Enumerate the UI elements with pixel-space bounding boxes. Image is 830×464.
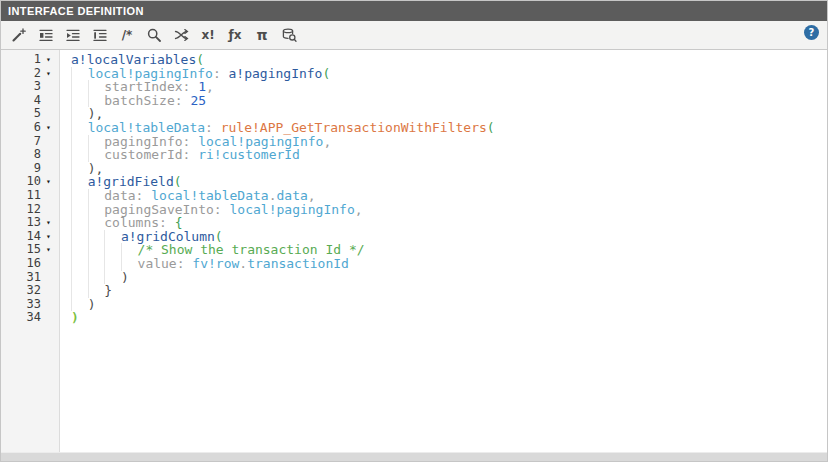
indent-guide — [104, 257, 121, 271]
fold-spacer — [43, 148, 62, 162]
code-line[interactable]: 6▾local!tableData: rule!APP_GetTransacti… — [1, 121, 827, 135]
line-gutter: 7 — [1, 135, 62, 149]
code-text: a!localVariables( — [62, 53, 204, 67]
code-lines: 1▾a!localVariables(2▾local!pagingInfo: a… — [1, 53, 827, 325]
search-icon[interactable] — [142, 24, 166, 46]
line-number: 2 — [1, 67, 43, 81]
outdent-lines-icon[interactable] — [88, 24, 112, 46]
line-number: 31 — [1, 271, 43, 285]
format-wand-icon[interactable] — [7, 24, 31, 46]
function-fx-glyph: ƒx — [229, 29, 242, 41]
code-line[interactable]: 11data: local!tableData.data, — [1, 189, 827, 203]
indent-block-icon[interactable] — [34, 24, 58, 46]
code-line[interactable]: 8customerId: ri!customerId — [1, 148, 827, 162]
fold-spacer — [43, 162, 62, 176]
line-number: 14 — [1, 230, 43, 244]
line-gutter: 8 — [1, 148, 62, 162]
fold-spacer — [43, 284, 62, 298]
token-prm: , — [323, 134, 331, 149]
code-line[interactable]: 14▾a!gridColumn( — [1, 230, 827, 244]
line-number: 34 — [1, 311, 43, 325]
code-line[interactable]: 9), — [1, 162, 827, 176]
code-line[interactable]: 3startIndex: 1, — [1, 80, 827, 94]
function-fx-icon[interactable]: ƒx — [223, 24, 247, 46]
token-cls: } — [104, 283, 112, 298]
indent-guide — [71, 175, 88, 189]
fold-toggle-icon[interactable]: ▾ — [43, 175, 62, 189]
code-line[interactable]: 4batchSize: 25 — [1, 94, 827, 108]
line-number: 4 — [1, 94, 43, 108]
code-text: value: fv!row.transactionId — [62, 257, 349, 271]
line-gutter: 10▾ — [1, 175, 62, 189]
code-line[interactable]: 2▾local!pagingInfo: a!pagingInfo( — [1, 67, 827, 81]
code-line[interactable]: 1▾a!localVariables( — [1, 53, 827, 67]
fold-toggle-icon[interactable]: ▾ — [43, 67, 62, 81]
code-line[interactable]: 32} — [1, 284, 827, 298]
fold-toggle-icon[interactable]: ▾ — [43, 230, 62, 244]
code-line[interactable]: 7pagingInfo: local!pagingInfo, — [1, 135, 827, 149]
code-line[interactable]: 13▾columns: { — [1, 216, 827, 230]
indent-guide — [71, 230, 88, 244]
line-gutter: 11 — [1, 189, 62, 203]
pi-operator-icon[interactable]: π — [250, 24, 274, 46]
code-editor[interactable]: 1▾a!localVariables(2▾local!pagingInfo: a… — [1, 50, 827, 452]
code-line[interactable]: 12pagingSaveInto: local!pagingInfo, — [1, 203, 827, 217]
fold-toggle-icon[interactable]: ▾ — [43, 216, 62, 230]
line-gutter: 14▾ — [1, 230, 62, 244]
interface-definition-panel: INTERFACE DEFINITION /*x!ƒxπ? 1▾a!localV… — [0, 0, 828, 462]
code-line[interactable]: 5), — [1, 107, 827, 121]
indent-guide — [71, 67, 88, 81]
fold-spacer — [43, 107, 62, 121]
code-line[interactable]: 15▾/* Show the transaction Id */ — [1, 243, 827, 257]
line-gutter: 13▾ — [1, 216, 62, 230]
indent-guide — [121, 243, 138, 257]
query-database-icon[interactable] — [277, 24, 301, 46]
line-number: 16 — [1, 257, 43, 271]
code-text: ), — [62, 107, 103, 121]
fold-toggle-icon[interactable]: ▾ — [43, 53, 62, 67]
code-text: /* Show the transaction Id */ — [62, 243, 365, 257]
code-text: } — [62, 284, 112, 298]
test-expression-icon[interactable]: x! — [196, 24, 220, 46]
panel-header: INTERFACE DEFINITION — [1, 1, 827, 21]
code-line[interactable]: 10▾a!gridField( — [1, 175, 827, 189]
line-gutter: 32 — [1, 284, 62, 298]
token-prm: customerId: — [104, 147, 198, 162]
fold-toggle-icon[interactable]: ▾ — [43, 121, 62, 135]
indent-guide — [104, 243, 121, 257]
line-number: 13 — [1, 216, 43, 230]
line-gutter: 16 — [1, 257, 62, 271]
token-num: 25 — [190, 93, 206, 108]
indent-guide — [104, 230, 121, 244]
fold-toggle-icon[interactable]: ▾ — [43, 243, 62, 257]
line-gutter: 9 — [1, 162, 62, 176]
code-line[interactable]: 34) — [1, 311, 827, 325]
pi-operator-glyph: π — [256, 28, 267, 42]
line-gutter: 4 — [1, 94, 62, 108]
indent-guide — [71, 203, 88, 217]
token-var: local!pagingInfo — [230, 202, 355, 217]
fold-spacer — [43, 189, 62, 203]
fold-spacer — [43, 94, 62, 108]
indent-arrow-icon[interactable] — [61, 24, 85, 46]
block-comment-glyph: /* — [122, 29, 133, 41]
block-comment-icon[interactable]: /* — [115, 24, 139, 46]
token-fn: a!pagingInfo — [229, 66, 323, 81]
line-gutter: 2▾ — [1, 67, 62, 81]
indent-guide — [71, 135, 88, 149]
line-number: 11 — [1, 189, 43, 203]
indent-guide — [88, 230, 105, 244]
token-var: ri!customerId — [198, 147, 300, 162]
code-line[interactable]: 16value: fv!row.transactionId — [1, 257, 827, 271]
line-number: 1 — [1, 53, 43, 67]
indent-guide — [88, 189, 105, 203]
token-prm: . — [239, 256, 247, 271]
swap-shuffle-icon[interactable] — [169, 24, 193, 46]
line-gutter: 34 — [1, 311, 62, 325]
code-line[interactable]: 33) — [1, 298, 827, 312]
code-line[interactable]: 31) — [1, 271, 827, 285]
indent-guide — [71, 80, 88, 94]
help-icon[interactable]: ? — [804, 25, 819, 40]
code-text: ) — [62, 311, 79, 325]
token-prm: batchSize: — [104, 93, 190, 108]
